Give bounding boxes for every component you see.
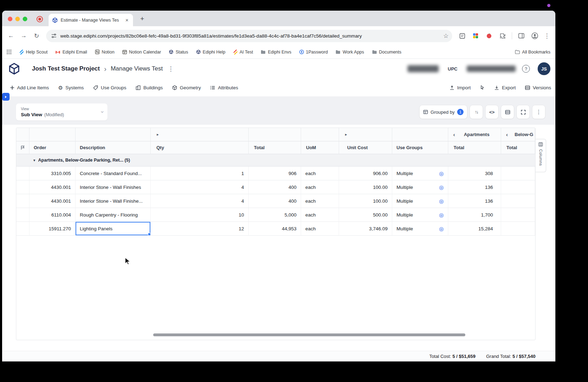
fill-handle[interactable] <box>148 233 151 236</box>
total-cell[interactable]: 44,953 <box>249 222 301 236</box>
qty-cell[interactable]: 10 <box>151 208 249 222</box>
breadcrumb-project[interactable]: Josh Test Stage Project <box>32 65 100 72</box>
extension-tomato-icon[interactable] <box>484 30 494 41</box>
use-groups-target-icon[interactable] <box>439 198 444 204</box>
bookmark-documents[interactable]: Documents <box>372 50 401 55</box>
row-flag-header[interactable] <box>16 141 29 154</box>
bookmark-ediphi-help[interactable]: Ediphi Help <box>196 50 226 55</box>
geometry-button[interactable]: Geometry <box>172 85 201 90</box>
reload-button[interactable] <box>30 30 43 42</box>
horizontal-scrollbar[interactable] <box>153 333 465 336</box>
minimize-window-button[interactable] <box>15 17 20 21</box>
apartments-total-cell[interactable]: 15,284 <box>448 222 501 236</box>
order-cell[interactable]: 6110.004 <box>29 208 76 222</box>
user-avatar[interactable]: JS <box>538 62 550 75</box>
description-cell[interactable]: Interior Stone - Wall Finishe... <box>76 194 151 208</box>
below-grade-total-cell[interactable] <box>501 194 535 208</box>
uom-cell[interactable]: each <box>301 180 339 194</box>
uom-cell[interactable]: each <box>301 222 339 236</box>
row-drag-cell[interactable] <box>16 167 29 180</box>
table-row[interactable]: 3310.005 Concrete - Standard Found... 1 … <box>16 167 535 180</box>
apps-grid-icon[interactable] <box>6 49 12 55</box>
header-below-grade-total[interactable]: Total <box>501 141 535 154</box>
all-bookmarks-button[interactable]: All Bookmarks <box>515 50 550 55</box>
record-button-icon[interactable] <box>37 16 43 22</box>
use-groups-cell[interactable]: Multiple <box>392 180 448 194</box>
systems-button[interactable]: Systems <box>58 85 84 90</box>
bookmark-notion-calendar[interactable]: Notion Calendar <box>122 50 161 55</box>
header-description[interactable]: Description <box>76 141 151 154</box>
bookmark-help-scout[interactable]: Help Scout <box>20 50 48 55</box>
total-cell[interactable]: 5,000 <box>249 208 301 222</box>
bookmark-ai-test[interactable]: AI Test <box>233 50 253 55</box>
use-groups-button[interactable]: Use Groups <box>93 85 126 90</box>
below-grade-group-header[interactable]: Below-G <box>501 128 535 141</box>
row-drag-cell[interactable] <box>16 194 29 208</box>
fullscreen-button[interactable] <box>517 105 529 119</box>
new-tab-button[interactable] <box>138 15 146 23</box>
qty-cell[interactable]: 1 <box>151 167 249 180</box>
header-qty[interactable]: Qty <box>151 141 249 154</box>
chrome-menu-icon[interactable] <box>542 32 552 40</box>
unit-cost-cell[interactable]: 100.00 <box>339 194 392 208</box>
formula-button[interactable] <box>486 105 498 119</box>
description-cell[interactable]: Interior Stone - Wall Finishes <box>76 180 151 194</box>
uom-cell[interactable]: each <box>301 194 339 208</box>
unit-cost-cell[interactable]: 500.00 <box>339 208 392 222</box>
use-groups-target-icon[interactable] <box>439 226 444 231</box>
bookmark-1password[interactable]: 1Password <box>299 50 328 55</box>
header-order[interactable]: Order <box>29 141 76 154</box>
total-cell[interactable]: 906 <box>249 167 301 180</box>
description-cell[interactable]: Concrete - Standard Found... <box>76 167 151 180</box>
bookmark-star-icon[interactable] <box>443 32 449 40</box>
below-grade-total-cell[interactable] <box>501 222 535 236</box>
versions-button[interactable]: Versions <box>525 85 551 90</box>
header-apartments-total[interactable]: Total <box>448 141 501 154</box>
header-total[interactable]: Total <box>249 141 301 154</box>
export-button[interactable]: Export <box>494 85 516 90</box>
use-groups-target-icon[interactable] <box>439 171 444 176</box>
expand-qty-group-icon[interactable] <box>157 132 159 137</box>
help-button[interactable] <box>522 65 530 73</box>
table-row[interactable]: 4430.001 Interior Stone - Wall Finishe..… <box>16 194 535 208</box>
buildings-button[interactable]: Buildings <box>135 85 163 90</box>
row-drag-cell[interactable] <box>16 222 29 236</box>
use-groups-cell[interactable]: Multiple <box>392 194 448 208</box>
below-grade-total-cell[interactable] <box>501 208 535 222</box>
use-groups-target-icon[interactable] <box>439 212 444 218</box>
below-grade-total-cell[interactable] <box>501 180 535 194</box>
order-cell[interactable]: 4430.001 <box>29 180 76 194</box>
browser-tab[interactable]: Estimate - Manage Views Tes <box>49 14 133 26</box>
below-grade-total-cell[interactable] <box>501 167 535 180</box>
bookmark-status[interactable]: Status <box>169 50 188 55</box>
apartments-total-cell[interactable]: 308 <box>448 167 501 180</box>
forward-button[interactable] <box>18 30 30 42</box>
profile-icon[interactable] <box>529 30 540 41</box>
collapse-group-icon[interactable] <box>453 131 455 137</box>
table-row[interactable]: 15911.270 Lighting Panels 12 44,953 each… <box>16 222 535 236</box>
use-groups-cell[interactable]: Multiple <box>392 222 448 236</box>
group-row[interactable]: Apartments, Below-Grade Parking, Ret... … <box>16 154 535 167</box>
unit-cost-cell[interactable]: 3,746.09 <box>339 222 392 236</box>
uom-cell[interactable]: each <box>301 208 339 222</box>
columns-panel-tab[interactable]: Columns <box>536 139 546 172</box>
tab-close-icon[interactable] <box>124 17 130 23</box>
close-window-button[interactable] <box>8 17 12 21</box>
pointer-tool-button[interactable] <box>480 85 485 90</box>
description-cell[interactable]: Rough Carpentry - Flooring <box>76 208 151 222</box>
sort-button[interactable] <box>470 105 483 119</box>
open-side-panel-button[interactable] <box>2 93 10 101</box>
add-line-items-button[interactable]: Add Line Items <box>10 85 49 90</box>
side-panel-icon[interactable] <box>516 30 527 41</box>
attributes-button[interactable]: Attributes <box>210 85 238 90</box>
grouped-by-button[interactable]: Grouped by 1 <box>420 105 467 119</box>
apartments-total-cell[interactable]: 136 <box>448 180 501 194</box>
page-menu-icon[interactable] <box>168 65 174 73</box>
qty-cell[interactable]: 12 <box>151 222 249 236</box>
apartments-total-cell[interactable]: 1,700 <box>448 208 501 222</box>
total-cell[interactable]: 400 <box>249 180 301 194</box>
site-info-icon[interactable] <box>51 33 57 39</box>
uom-cell[interactable]: each <box>301 167 339 180</box>
collapse-group-icon[interactable] <box>506 131 508 137</box>
description-cell-selected[interactable]: Lighting Panels <box>76 222 151 236</box>
